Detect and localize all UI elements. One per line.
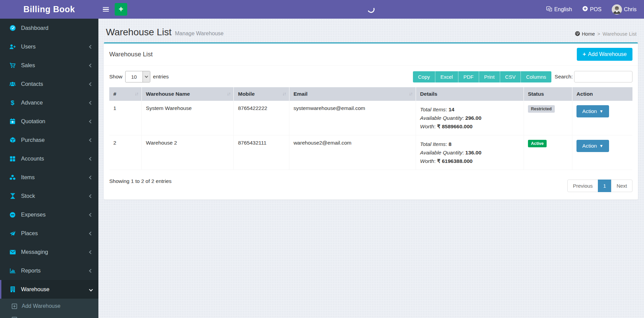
sidebar-item-label: Users [21, 43, 36, 50]
sidebar-item-contacts[interactable]: Contacts [0, 75, 98, 93]
cell-mobile: 8765432111 [234, 135, 289, 170]
dashboard-icon [9, 25, 16, 31]
sidebar-item-label: Stock [21, 193, 35, 199]
chevron-left-icon [89, 82, 93, 86]
columns-button[interactable]: Columns [521, 71, 551, 82]
chevron-left-icon [89, 175, 93, 179]
sidebar-item-users[interactable]: Users [0, 37, 98, 56]
sort-icon: ↓↑ [282, 91, 286, 96]
breadcrumb-home[interactable]: Home [575, 31, 595, 37]
grid-icon [9, 155, 16, 162]
chevron-left-icon [89, 269, 93, 273]
sort-icon: ↓↑ [227, 91, 230, 96]
sidebar-item-items[interactable]: Items [0, 168, 98, 187]
minus-circle-icon [9, 211, 16, 218]
add-warehouse-button[interactable]: +Add Warehouse [577, 48, 632, 61]
main-content: Warehouse List Manage Warehouse Home > W… [98, 19, 644, 318]
cell-email: systemwarehouse@email.com [289, 101, 416, 135]
plus-icon: + [583, 51, 586, 58]
col-header-num[interactable]: #↓↑ [109, 87, 142, 101]
cell-mobile: 8765422222 [234, 101, 289, 135]
col-header-action: Action [572, 87, 632, 101]
sidebar-item-messaging[interactable]: Messaging [0, 243, 98, 261]
sidebar-item-places[interactable]: Places [0, 224, 98, 243]
user-menu[interactable]: Chris [612, 4, 637, 15]
building-icon [9, 286, 16, 293]
sidebar-item-label: Warehouse [21, 286, 50, 293]
chevron-down-icon [143, 71, 150, 82]
status-badge: Restricted [528, 105, 555, 113]
sidebar-item-label: Items [21, 174, 35, 181]
user-name: Chris [624, 6, 637, 13]
cell-details: Total Items: 14 Available Quantity: 296.… [416, 101, 524, 135]
sidebar-toggle-button[interactable] [98, 0, 113, 19]
search-label: Search: [555, 74, 573, 80]
previous-page-button[interactable]: Previous [567, 180, 598, 192]
language-menu[interactable]: A English [546, 6, 572, 13]
chevron-left-icon [89, 231, 93, 235]
sidebar-subitem-add-warehouse[interactable]: Add Warehouse [0, 299, 98, 314]
cell-num: 1 [109, 101, 142, 135]
shopping-cart-icon [9, 62, 16, 69]
chevron-left-icon [89, 119, 93, 123]
user-plus-icon [9, 43, 16, 50]
table-footer: Showing 1 to 2 of 2 entries Previous 1 N… [109, 176, 632, 192]
sidebar-item-label: Places [21, 230, 38, 237]
csv-button[interactable]: CSV [500, 71, 521, 82]
topbar-right: A English POS Chris [546, 4, 644, 15]
col-header-email[interactable]: Email↓↑ [289, 87, 416, 101]
pdf-button[interactable]: PDF [458, 71, 479, 82]
search-input[interactable] [574, 71, 632, 82]
action-dropdown-button[interactable]: Action▼ [576, 105, 609, 117]
page-title: Warehouse List [106, 27, 172, 38]
table-row: 2 Warehouse 2 8765432111 warehouse2@emai… [109, 135, 632, 170]
print-button[interactable]: Print [479, 71, 500, 82]
sidebar-item-stock[interactable]: Stock [0, 187, 98, 205]
export-button-group: Copy Excel PDF Print CSV Columns [413, 71, 551, 82]
topbar: Billing Book + A English POS [0, 0, 644, 19]
next-page-button[interactable]: Next [611, 180, 632, 192]
col-header-warehouse-name[interactable]: Warehouse Name↓↑ [142, 87, 234, 101]
sidebar-item-expenses[interactable]: Expenses [0, 205, 98, 224]
cell-email: warehouse2@email.com [289, 135, 416, 170]
sidebar-item-accounts[interactable]: Accounts [0, 149, 98, 168]
col-header-mobile[interactable]: Mobile↓↑ [234, 87, 289, 101]
warehouse-list-card: Warehouse List +Add Warehouse Show 10 en… [104, 42, 638, 200]
table-header-row: #↓↑ Warehouse Name↓↑ Mobile↓↑ Email↓↑ De… [109, 87, 632, 101]
page-number-button[interactable]: 1 [598, 180, 611, 192]
search-control: Search: [551, 71, 632, 82]
quick-add-button[interactable]: + [115, 3, 127, 16]
status-badge: Active [528, 140, 547, 147]
page-subtitle: Manage Warehouse [175, 28, 224, 37]
sidebar-subitem-partial[interactable] [0, 314, 98, 318]
copy-button[interactable]: Copy [413, 71, 435, 82]
col-header-status: Status [524, 87, 572, 101]
app-window: Billing Book + A English POS [0, 0, 644, 318]
svg-text:A: A [548, 7, 550, 10]
breadcrumb: Home > Warehouse List [575, 27, 637, 37]
pos-button[interactable]: POS [582, 6, 602, 13]
sidebar-item-sales[interactable]: Sales [0, 56, 98, 75]
app-logo[interactable]: Billing Book [0, 0, 98, 19]
sort-icon: ↓↑ [409, 91, 412, 96]
show-label: Show [109, 74, 122, 80]
cubes-icon [9, 174, 16, 181]
chevron-left-icon [89, 213, 93, 217]
cell-warehouse-name: Warehouse 2 [142, 135, 234, 170]
bar-chart-icon [9, 267, 16, 274]
loading-spinner-icon [366, 5, 376, 14]
sidebar-item-warehouse[interactable]: Warehouse [0, 280, 98, 299]
sidebar-item-label: Accounts [21, 155, 44, 162]
sidebar-item-dashboard[interactable]: Dashboard [0, 19, 98, 37]
sidebar-item-purchase[interactable]: Purchase [0, 131, 98, 149]
excel-button[interactable]: Excel [435, 71, 458, 82]
action-dropdown-button[interactable]: Action▼ [576, 140, 609, 152]
sidebar-item-quotation[interactable]: Quotation [0, 112, 98, 131]
page-length-select[interactable]: 10 [125, 71, 150, 82]
sort-icon: ↓↑ [135, 91, 138, 96]
envelope-icon [9, 249, 16, 255]
page-header: Warehouse List Manage Warehouse Home > W… [104, 24, 638, 42]
cell-details: Total Items: 8 Available Quantity: 136.0… [416, 135, 524, 170]
sidebar-item-advance[interactable]: $ Advance [0, 93, 98, 112]
sidebar-item-reports[interactable]: Reports [0, 261, 98, 280]
